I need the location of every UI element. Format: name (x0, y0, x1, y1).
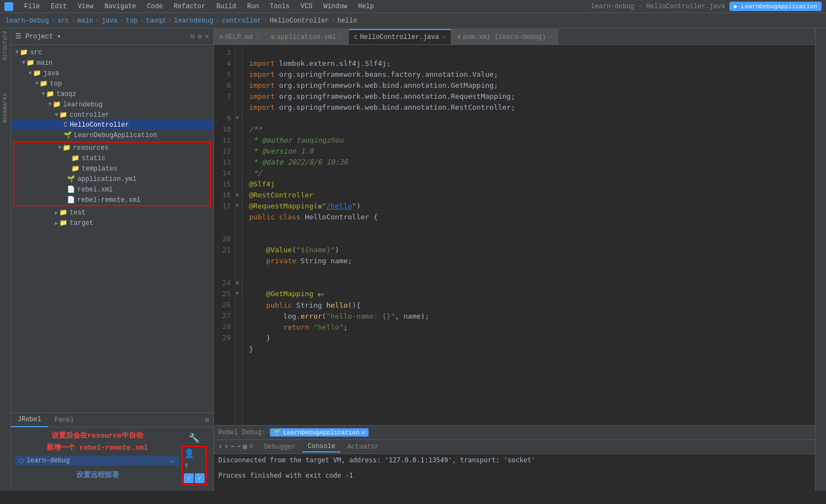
tree-item-controller[interactable]: ▼ 📁 controller (11, 110, 213, 120)
breadcrumb-src[interactable]: src (57, 17, 69, 25)
main-layout: Structure Bookmarks ☰ Project ▾ ⊟ ⚙ ✕ ▼ … (0, 29, 826, 491)
tree-item-rebel-xml[interactable]: 📄 rebel.xml (14, 184, 210, 195)
tree-item-java[interactable]: ▼ 📁 java (11, 68, 213, 78)
breadcrumb-file[interactable]: HelloController (270, 17, 329, 25)
debug-app-icon: 🌱 (273, 429, 281, 436)
tree-item-taoqz[interactable]: ▼ 📁 taoqz (11, 89, 213, 99)
breadcrumb-project[interactable]: learn-debug (5, 17, 49, 25)
project-row-label: learn-debug (26, 457, 170, 465)
left-strip: Structure Bookmarks (0, 29, 11, 491)
debug-icon3[interactable]: ⬅ (230, 443, 234, 451)
jrebel-annotation2: 新增一个 rebel-remote.xml (15, 443, 179, 452)
tree-item-target[interactable]: ▶ 📁 target (11, 218, 213, 228)
xml-file-icon-rebel-remote: 📄 (67, 196, 75, 204)
tree-item-resources[interactable]: ▼ 📁 resources (14, 143, 210, 153)
bookmarks-label[interactable]: Bookmarks (2, 93, 8, 123)
file-tree[interactable]: ▼ 📁 src ▼ 📁 main ▼ 📁 java ▼ 📁 top ▼ (11, 45, 213, 412)
jrebel-person-icon[interactable]: 👤 (184, 448, 205, 459)
tree-item-templates[interactable]: ▶ 📁 templates (14, 163, 210, 174)
close-panel-icon[interactable]: ✕ (205, 32, 209, 41)
debug-app-tab[interactable]: 🌱 LearnDebugApplication ✕ (270, 428, 368, 437)
menu-run[interactable]: Run (245, 2, 261, 12)
menu-build[interactable]: Build (214, 2, 238, 12)
tab-close-pom[interactable]: ✕ (549, 34, 552, 41)
yml-icon: ⚙ (271, 33, 275, 41)
debug-tab-actuator[interactable]: Actuator (342, 442, 384, 452)
code-editor[interactable]: 34567 910111213 14151617 2021 2425262728… (214, 45, 815, 425)
tree-item-static[interactable]: ▶ 📁 static (14, 153, 210, 163)
panel-tab[interactable]: Panel (48, 413, 81, 427)
breadcrumb-controller[interactable]: controller (222, 17, 262, 25)
jrebel-tab[interactable]: JRebel (11, 413, 48, 427)
folder-icon-src: 📁 (20, 48, 28, 56)
menu-navigate[interactable]: Navigate (102, 2, 138, 12)
menu-view[interactable]: View (76, 2, 96, 12)
folder-icon-test: 📁 (59, 208, 67, 217)
collapse-all-icon[interactable]: ⊟ (190, 32, 194, 41)
debug-toolbar-icons: ⬇ ⬆ ⬅ ➡ ▦ ≡ (218, 443, 253, 451)
tree-item-top[interactable]: ▼ 📁 top (11, 78, 213, 89)
tab-help[interactable]: M HELP.md ✕ (214, 29, 265, 44)
jrebel-up-icon[interactable]: ⬆ (184, 460, 205, 471)
tree-item-learndebug[interactable]: ▼ 📁 learndebug (11, 99, 213, 110)
debug-tab-debugger[interactable]: Debugger (258, 442, 301, 452)
breadcrumb-learndebug[interactable]: learndebug (174, 17, 213, 25)
edit-icon[interactable]: ✏ (170, 457, 174, 465)
breadcrumb-java[interactable]: java (101, 17, 117, 25)
tree-item-test[interactable]: ▶ 📁 test (11, 207, 213, 218)
menu-code[interactable]: Code (145, 2, 165, 12)
menu-file[interactable]: File (22, 2, 42, 12)
tab-hellocontroller[interactable]: C HelloController.java ✕ (349, 29, 452, 44)
debug-line-2 (218, 464, 811, 472)
debug-icon5[interactable]: ▦ (243, 443, 247, 451)
debug-panel-header: Rebel Debug: 🌱 LearnDebugApplication ✕ (214, 426, 815, 440)
resources-highlight-box: ▼ 📁 resources ▶ 📁 static ▶ 📁 templates 🌱 (13, 141, 211, 206)
tab-close-application[interactable]: ✕ (340, 34, 343, 41)
tree-item-rebel-remote-xml[interactable]: 📄 rebel-remote.xml (14, 195, 210, 205)
run-button[interactable]: ▶ LearnDebugApplication (729, 2, 822, 11)
debug-panel: Rebel Debug: 🌱 LearnDebugApplication ✕ ⬇… (214, 425, 815, 491)
folder-icon-learndebug: 📁 (53, 100, 61, 109)
tree-item-learndebugapp[interactable]: 🌱 LearnDebugApplication (11, 130, 213, 140)
tab-application[interactable]: ⚙ application.yml ✕ (265, 29, 349, 44)
debug-icon2[interactable]: ⬆ (224, 443, 228, 451)
debug-tab-console[interactable]: Console (302, 441, 341, 452)
breadcrumb-taoqz[interactable]: taoqz (146, 17, 166, 25)
breadcrumb-main[interactable]: main (77, 17, 93, 25)
jrebel-check1[interactable]: ✓ (184, 473, 194, 483)
debug-icon1[interactable]: ⬇ (218, 443, 222, 451)
debug-icon4[interactable]: ➡ (237, 443, 241, 451)
jrebel-settings-icon[interactable]: ⚙ (205, 416, 209, 424)
jrebel-project-row[interactable]: ⬡ learn-debug ✏ (15, 456, 179, 466)
menu-help[interactable]: Help (356, 2, 376, 12)
breadcrumb-top[interactable]: top (126, 17, 138, 25)
sidebar-toolbar: ⊟ ⚙ ✕ (190, 32, 209, 41)
jrebel-annotation3: 设置远程部署 (15, 470, 179, 480)
tree-item-application-yml[interactable]: 🌱 application.yml (14, 174, 210, 184)
tree-item-main[interactable]: ▼ 📁 main (11, 58, 213, 68)
tab-close-hellocontroller[interactable]: ✕ (442, 34, 445, 41)
tree-item-src[interactable]: ▼ 📁 src (11, 47, 213, 58)
tab-close-help[interactable]: ✕ (256, 34, 259, 41)
menu-tools[interactable]: Tools (268, 2, 292, 12)
project-panel-header: ☰ Project ▾ ⊟ ⚙ ✕ (11, 29, 213, 45)
code-content[interactable]: import lombok.extern.slf4j.Slf4j; import… (242, 45, 815, 425)
settings-icon[interactable]: ⚙ (198, 32, 202, 41)
jrebel-check2[interactable]: ✓ (195, 473, 205, 483)
debug-icon6[interactable]: ≡ (249, 443, 253, 451)
menu-refactor[interactable]: Refactor (172, 2, 208, 12)
jrebel-wrench-icon[interactable]: 🔧 (189, 433, 200, 444)
tree-item-hellocontroller[interactable]: C HelloController (11, 120, 213, 130)
debug-app-close[interactable]: ✕ (361, 429, 365, 436)
folder-icon-taoqz: 📁 (46, 90, 54, 98)
menu-vcs[interactable]: VCS (298, 2, 315, 12)
breadcrumb: learn-debug › src › main › java › top › … (5, 17, 357, 25)
breadcrumb-method[interactable]: hello (337, 17, 357, 25)
menu-edit[interactable]: Edit (49, 2, 69, 12)
debug-line-3: Process finished with exit code -1 (218, 472, 811, 479)
tab-pom[interactable]: X pom.xml (learn-debug) ✕ (451, 29, 558, 44)
menu-window[interactable]: Window (321, 2, 349, 12)
debug-content: Disconnected from the target VM, address… (214, 454, 815, 491)
folder-icon-static: 📁 (71, 154, 80, 162)
structure-label[interactable]: Structure (2, 31, 8, 60)
